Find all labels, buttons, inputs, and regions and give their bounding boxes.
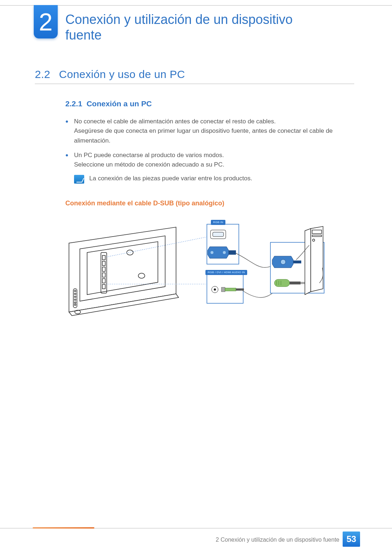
chapter-title: Conexión y utilización de un dispositivo… [65,12,330,43]
svg-rect-27 [229,250,236,255]
chapter-number: 2 [39,9,53,34]
connection-diagram: RGB IN RGB / DVI / HDMI AUDIO IN [65,213,326,322]
note-icon [74,175,84,184]
footer-text: 2 Conexión y utilización de un dispositi… [216,537,339,543]
footer-accent [33,527,94,529]
note-text: La conexión de las piezas puede variar e… [89,175,252,182]
bullet-line: No conecte el cable de alimentación ante… [74,118,276,125]
subsection-title-text: Conexión a un PC [86,99,152,108]
section-number: 2.2 [35,68,50,80]
svg-rect-34 [225,288,236,291]
top-divider [0,5,392,6]
svg-rect-49 [312,230,322,234]
svg-point-32 [214,288,216,291]
section-title-text: Conexión y uso de un PC [59,68,185,80]
note: La conexión de las piezas puede variar e… [74,175,354,184]
section-content: 2.2Conexión y uso de un PC 2.2.1 Conexió… [35,68,354,207]
chapter-tab: 2 [34,5,58,38]
bullet-line: Asegúrese de que conecta en primer lugar… [74,127,333,144]
svg-rect-44 [290,282,301,284]
bullet-line: Un PC puede conectarse al producto de va… [74,152,224,159]
audio-in-label: RGB / DVI / HDMI AUDIO IN [205,270,247,275]
svg-rect-39 [293,260,301,263]
connection-heading: Conexión mediante el cable D-SUB (tipo a… [65,200,354,207]
bullet-line: Seleccione un método de conexión adecuad… [74,161,224,168]
bullet-text: No conecte el cable de alimentación ante… [74,117,354,145]
subsection-number: 2.2.1 [65,99,82,108]
svg-rect-33 [221,287,225,292]
svg-rect-50 [312,235,322,237]
audio-in-label-text: RGB / DVI / HDMI AUDIO IN [208,271,245,274]
list-item: ● Un PC puede conectarse al producto de … [65,151,354,170]
svg-point-51 [313,239,315,241]
bullet-icon: ● [65,117,74,145]
svg-point-29 [223,251,226,254]
subsection-title: 2.2.1 Conexión a un PC [65,99,354,108]
rgb-in-label: RGB IN [211,220,225,225]
bullet-icon: ● [65,151,74,170]
bullet-text: Un PC puede conectarse al producto de va… [74,151,354,170]
section-title: 2.2Conexión y uso de un PC [35,68,354,84]
list-item: ● No conecte el cable de alimentación an… [65,117,354,145]
page-number-badge: 53 [343,532,360,547]
bullet-list: ● No conecte el cable de alimentación an… [65,117,354,170]
svg-point-28 [211,251,213,254]
svg-marker-48 [305,229,311,295]
svg-point-38 [281,259,286,264]
svg-rect-35 [236,288,244,291]
svg-rect-25 [213,232,224,237]
diagram-svg [65,213,326,322]
